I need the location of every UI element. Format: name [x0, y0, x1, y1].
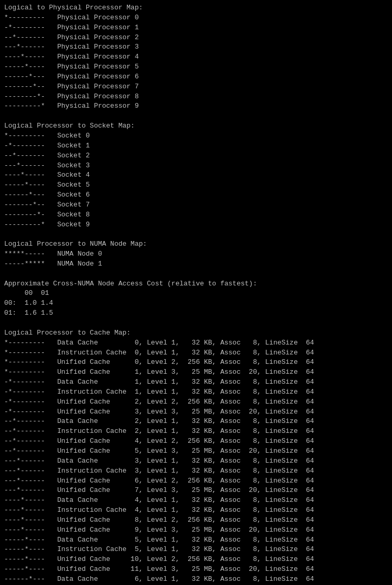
terminal-output: Logical to Physical Processor Map: *----…: [4, 3, 388, 585]
